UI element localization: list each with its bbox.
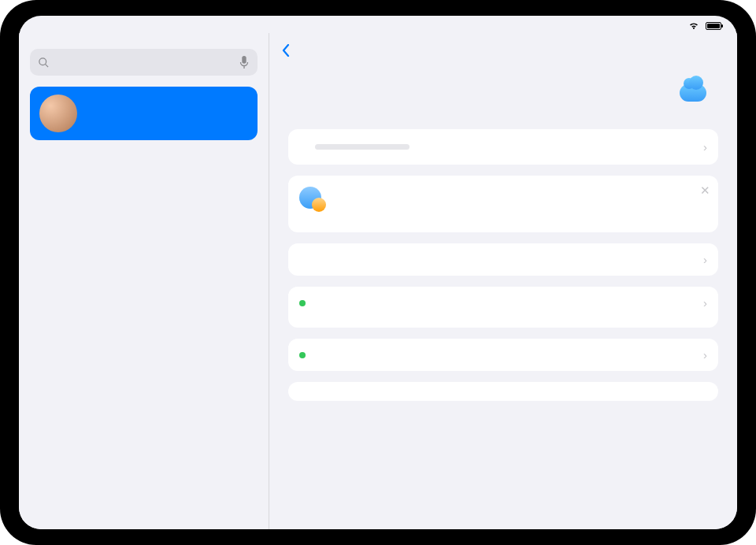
- chevron-right-icon: ›: [703, 296, 707, 310]
- battery-icon: [706, 22, 721, 30]
- chevron-right-icon: ›: [703, 140, 707, 154]
- family-icon: [299, 187, 321, 209]
- settings-sidebar: [19, 33, 269, 529]
- recommended-row[interactable]: ›: [288, 243, 718, 276]
- features-header: [288, 382, 718, 401]
- page-title: [30, 33, 258, 49]
- status-dot-icon: [299, 352, 306, 358]
- status-bar: [19, 16, 737, 33]
- chevron-right-icon: ›: [703, 348, 707, 361]
- back-button[interactable]: [282, 44, 291, 57]
- share-icloud-panel: ✕: [288, 176, 718, 232]
- search-icon: [38, 57, 50, 69]
- saved-to-icloud-panel: ›: [288, 287, 718, 328]
- icloud-features-panel: [288, 382, 718, 401]
- chevron-right-icon: ›: [703, 253, 707, 266]
- cloud-icon: [680, 84, 706, 102]
- search-input[interactable]: [54, 55, 234, 70]
- wifi-icon: [688, 22, 699, 30]
- close-icon[interactable]: ✕: [700, 184, 710, 198]
- storage-row[interactable]: ›: [288, 129, 718, 165]
- icloud-backup-row[interactable]: ›: [288, 339, 718, 371]
- dictate-icon[interactable]: [239, 55, 250, 69]
- sidebar-item-account[interactable]: [30, 87, 258, 140]
- avatar: [39, 95, 77, 132]
- svg-rect-2: [242, 56, 246, 64]
- storage-progress: [315, 144, 410, 150]
- svg-point-0: [39, 57, 46, 65]
- search-field[interactable]: [30, 49, 258, 76]
- see-all-link[interactable]: ›: [703, 296, 707, 310]
- chevron-left-icon: [282, 44, 290, 57]
- icloud-subscriber-badge: [668, 68, 718, 118]
- status-dot-icon: [299, 300, 306, 306]
- svg-line-1: [45, 64, 48, 67]
